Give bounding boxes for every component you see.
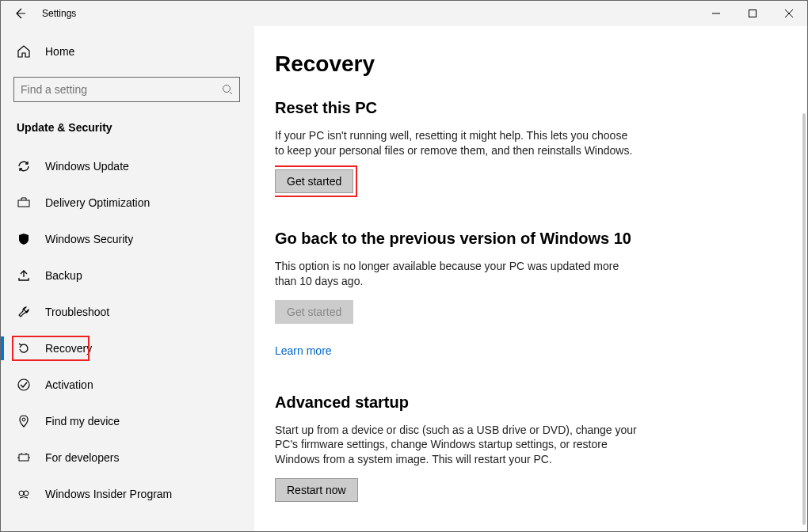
sidebar-item-delivery-optimization[interactable]: Delivery Optimization — [1, 184, 254, 221]
sidebar-item-troubleshoot[interactable]: Troubleshoot — [1, 294, 254, 330]
sidebar-item-windows-insider[interactable]: Windows Insider Program — [1, 476, 254, 512]
sidebar-item-label: Troubleshoot — [45, 306, 109, 318]
sidebar-item-label: For developers — [45, 451, 119, 464]
location-icon — [17, 414, 31, 428]
sidebar-item-label: Windows Insider Program — [45, 488, 172, 500]
maximize-icon — [749, 10, 757, 17]
sidebar-item-for-developers[interactable]: For developers — [1, 439, 254, 476]
close-button[interactable] — [771, 1, 807, 26]
sidebar-item-label: Backup — [45, 269, 82, 282]
svg-point-3 — [18, 379, 29, 390]
advanced-section-title: Advanced startup — [275, 393, 776, 412]
developer-icon — [17, 450, 31, 465]
sidebar-item-label: Delivery Optimization — [45, 196, 150, 209]
advanced-section-desc: Start up from a device or disc (such as … — [275, 423, 647, 468]
sidebar-item-find-my-device[interactable]: Find my device — [1, 403, 254, 439]
recovery-icon — [17, 341, 31, 355]
wrench-icon — [17, 305, 31, 319]
maximize-button[interactable] — [734, 1, 771, 26]
sidebar-item-windows-update[interactable]: Windows Update — [1, 148, 254, 184]
main-content: Recovery Reset this PC If your PC isn't … — [254, 26, 807, 531]
minimize-button[interactable] — [698, 1, 734, 26]
learn-more-link[interactable]: Learn more — [275, 344, 332, 357]
search-input[interactable] — [13, 77, 240, 102]
sidebar-home[interactable]: Home — [1, 36, 254, 67]
svg-point-6 — [19, 491, 24, 496]
window-title: Settings — [39, 8, 76, 19]
category-label: Update & Security — [1, 115, 254, 148]
sidebar-item-backup[interactable]: Backup — [1, 257, 254, 294]
sidebar: Home Update & Security Windows Update De… — [1, 26, 254, 531]
backup-icon — [17, 268, 31, 283]
svg-rect-0 — [749, 10, 757, 17]
svg-point-1 — [223, 86, 231, 93]
back-button[interactable] — [1, 1, 39, 26]
svg-point-7 — [24, 491, 29, 496]
home-icon — [17, 44, 31, 59]
sidebar-item-recovery[interactable]: Recovery — [1, 330, 254, 367]
restart-now-button[interactable]: Restart now — [275, 478, 358, 502]
shield-icon — [17, 232, 31, 246]
sidebar-item-label: Find my device — [45, 415, 120, 428]
minimize-icon — [712, 10, 720, 17]
reset-section-title: Reset this PC — [275, 99, 776, 117]
sidebar-item-label: Activation — [45, 378, 93, 391]
scrollbar[interactable] — [802, 113, 806, 525]
sidebar-item-label: Windows Update — [45, 160, 129, 173]
sidebar-item-label: Windows Security — [45, 233, 133, 245]
page-title: Recovery — [275, 51, 776, 77]
nav-list: Windows Update Delivery Optimization Win… — [1, 148, 254, 512]
search-icon — [222, 84, 233, 95]
search-field[interactable] — [21, 83, 222, 96]
reset-get-started-button[interactable]: Get started — [275, 169, 353, 193]
insider-icon — [17, 487, 31, 501]
sync-icon — [17, 159, 31, 173]
arrow-left-icon — [13, 7, 26, 20]
svg-rect-5 — [19, 454, 29, 461]
sidebar-item-label: Recovery — [45, 342, 92, 355]
sidebar-item-activation[interactable]: Activation — [1, 367, 254, 403]
home-label: Home — [45, 45, 74, 58]
check-circle-icon — [17, 378, 31, 392]
close-icon — [785, 10, 793, 17]
sidebar-item-windows-security[interactable]: Windows Security — [1, 221, 254, 257]
delivery-icon — [17, 196, 31, 210]
titlebar: Settings — [1, 1, 807, 26]
goback-get-started-button: Get started — [275, 300, 353, 324]
goback-section-desc: This option is no longer available becau… — [275, 259, 639, 289]
svg-rect-2 — [18, 200, 29, 207]
goback-section-title: Go back to the previous version of Windo… — [275, 230, 776, 248]
svg-point-4 — [22, 418, 25, 421]
reset-section-desc: If your PC isn't running well, resetting… — [275, 128, 639, 158]
